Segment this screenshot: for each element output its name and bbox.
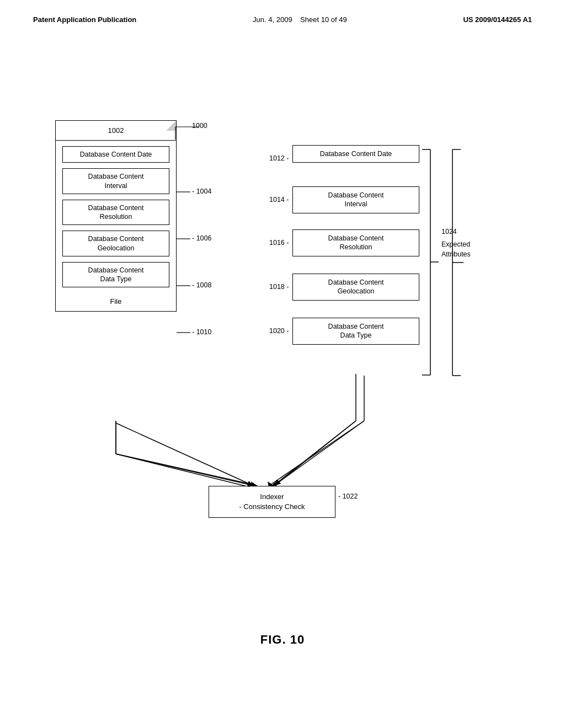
right-box-resolution: Database ContentResolution — [292, 229, 419, 256]
ref-1010: - 1010 — [192, 328, 211, 336]
right-box-date: Database Content Date — [292, 145, 419, 163]
header-center: Jun. 4, 2009 Sheet 10 of 49 — [253, 15, 347, 24]
right-box-interval: Database ContentInterval — [292, 186, 419, 213]
indexer-box: Indexer- Consistency Check — [209, 486, 335, 518]
file-box-header: 1002 — [56, 121, 176, 141]
header-left: Patent Application Publication — [33, 15, 136, 24]
ref-1024: 1024 — [441, 228, 457, 235]
ref-1016: 1016 - — [269, 239, 289, 247]
ref-1008: - 1008 — [192, 281, 211, 289]
ref-1004: - 1004 — [192, 188, 211, 195]
header-date: Jun. 4, 2009 — [253, 15, 292, 24]
ref-1014: 1014 - — [269, 196, 289, 204]
ref-1000: 1000 — [192, 122, 207, 130]
ref-1006: - 1006 — [192, 234, 211, 242]
right-box-datatype: Database ContentData Type — [292, 318, 419, 345]
file-footer: File — [56, 293, 176, 311]
svg-line-12 — [270, 421, 364, 488]
svg-line-28 — [116, 423, 254, 486]
file-item-interval: Database ContentInterval — [62, 168, 169, 194]
brace-svg — [419, 142, 486, 382]
file-item-date: Database Content Date — [62, 146, 169, 163]
ref-1012: 1012 - — [269, 154, 289, 162]
figure-caption: FIG. 10 — [260, 633, 305, 647]
svg-line-8 — [270, 421, 364, 485]
svg-line-5 — [116, 454, 254, 485]
diagram-area: 1002 Database Content Date Database Cont… — [0, 68, 565, 675]
page-header: Patent Application Publication Jun. 4, 2… — [0, 0, 565, 24]
svg-line-35 — [274, 421, 356, 486]
svg-line-29 — [273, 421, 356, 486]
file-box-items: Database Content Date Database ContentIn… — [56, 146, 176, 287]
ref-1022: - 1022 — [338, 493, 358, 500]
expected-attributes-label: ExpectedAttributes — [441, 240, 471, 259]
right-box-geolocation: Database ContentGeolocation — [292, 274, 419, 301]
svg-line-33 — [116, 454, 255, 486]
svg-line-11 — [116, 454, 254, 488]
file-item-geolocation: Database ContentGeolocation — [62, 231, 169, 256]
file-item-datatype: Database ContentData Type — [62, 262, 169, 288]
file-box-id: 1002 — [108, 126, 124, 135]
ref-1020: 1020 - — [269, 327, 289, 335]
header-right: US 2009/0144265 A1 — [463, 15, 532, 24]
header-sheet: Sheet 10 of 49 — [300, 15, 347, 24]
file-item-resolution: Database ContentResolution — [62, 200, 169, 226]
file-box: 1002 Database Content Date Database Cont… — [55, 120, 177, 312]
ref-1018: 1018 - — [269, 283, 289, 291]
